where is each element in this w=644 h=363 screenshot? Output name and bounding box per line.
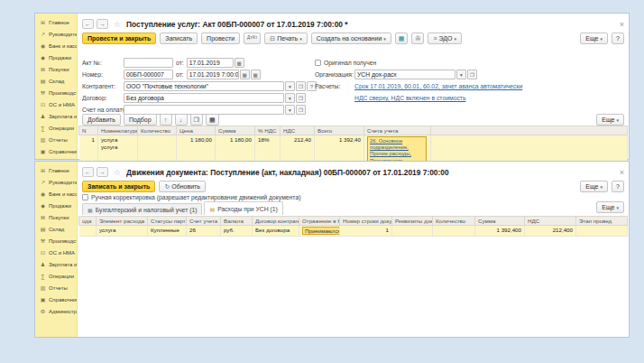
nu-reflection-value[interactable]: Принимаются	[302, 227, 340, 235]
contract-input[interactable]: Без договора	[124, 93, 284, 103]
counterparty-input[interactable]: ООО "Почтовые технологии"	[124, 81, 284, 91]
help-button[interactable]: ?	[612, 33, 624, 44]
sidebar-item-zarplata-i-kadry[interactable]: ♟Зарплата и кадры	[35, 110, 77, 122]
sidebar-item-proizvodstvo[interactable]: ⚒Производство	[35, 235, 77, 247]
add-row-button[interactable]: Добавить	[82, 114, 121, 126]
currency-cell[interactable]: руб.	[221, 226, 253, 237]
column-header[interactable]: Отражение в НУ	[299, 217, 340, 226]
column-header[interactable]: Статусы партий ...	[148, 217, 187, 226]
post-and-close-button[interactable]: Провести и закрыть	[82, 33, 156, 44]
stage-cell[interactable]	[576, 226, 628, 237]
act-no-input[interactable]	[124, 58, 173, 68]
account-cell[interactable]: 26	[187, 226, 221, 237]
forward-button[interactable]: →	[97, 167, 108, 177]
open-item-icon[interactable]: ❐	[296, 93, 306, 103]
sidebar-item-os-i-nma[interactable]: ⊡ОС и НМА	[35, 247, 77, 258]
sidebar-item-operatsii[interactable]: ∑Операции	[35, 122, 77, 134]
column-header[interactable]: НДС	[525, 217, 576, 226]
column-header[interactable]: N	[79, 126, 98, 135]
edo-button[interactable]: ≡ЭДО▾	[428, 33, 462, 44]
pick-button[interactable]: Подбор	[124, 114, 157, 126]
chevron-down-icon[interactable]: ▾	[285, 93, 295, 103]
sidebar-item-prodazhi[interactable]: ◆Продажи	[35, 200, 77, 211]
copy-row-button[interactable]: ❐	[190, 114, 203, 126]
chevron-down-icon[interactable]: ▾	[456, 70, 466, 79]
column-header[interactable]: Всего	[315, 126, 364, 135]
column-header[interactable]: % НДС	[255, 126, 281, 135]
table-row[interactable]: услуга Купленные 26 руб. Без договора Пр…	[79, 226, 628, 237]
column-header[interactable]: Элемент расхода	[97, 217, 148, 226]
items-table-more-button[interactable]: Еще▾	[596, 114, 624, 126]
settlements-link[interactable]: Срок 17.01.2019, 60.01, 60.02, зачет ава…	[354, 83, 522, 89]
sidebar-item-bank-i-kassa[interactable]: ◉Банк и касса	[35, 188, 77, 200]
tab-usn-expenses[interactable]: ▤Расходы при УСН (1)	[204, 201, 282, 215]
save-and-close-button[interactable]: Записать и закрыть	[82, 181, 155, 192]
document-log-icon[interactable]: ▦	[251, 70, 261, 79]
vat-settings-link[interactable]: НДС сверху, НДС включен в стоимость	[354, 95, 465, 101]
line-number-cell[interactable]: 1	[340, 226, 392, 237]
favorite-star-icon[interactable]: ☆	[114, 20, 121, 29]
sidebar-item-sklad[interactable]: ▤Склад	[35, 75, 77, 87]
save-button[interactable]: Записать	[160, 33, 198, 44]
act-date-input[interactable]: 17.01.2019	[187, 58, 234, 68]
sidebar-item-otchety[interactable]: ▥Отчеты	[35, 282, 77, 293]
sidebar-item-administrirovanie[interactable]: ⚙Администрирование	[35, 305, 77, 317]
show-postings-button[interactable]: Дт/Кт	[244, 33, 261, 44]
column-header[interactable]: Количество	[433, 217, 475, 226]
sum-cell[interactable]: 1 392,400	[475, 226, 525, 237]
help-button[interactable]: ?	[612, 181, 624, 192]
table-grid-button[interactable]: ▦	[206, 114, 219, 126]
close-icon[interactable]: ×	[620, 20, 624, 29]
open-item-icon[interactable]: ❐	[296, 81, 306, 91]
back-button[interactable]: ←	[82, 167, 94, 177]
column-header[interactable]: Договор контрагента	[253, 217, 299, 226]
print-button[interactable]: ⊟Печать▾	[264, 33, 307, 44]
forward-button[interactable]: →	[97, 19, 108, 29]
post-button[interactable]: Провести	[201, 33, 240, 44]
column-header[interactable]: Цена	[177, 126, 216, 135]
original-received-checkbox[interactable]	[315, 60, 321, 66]
column-header[interactable]: НДС	[281, 126, 315, 135]
sidebar-item-proizvodstvo[interactable]: ⚒Производство	[35, 87, 77, 98]
refresh-button[interactable]: ↻Обновить	[159, 181, 206, 192]
move-up-button[interactable]: ↑	[160, 114, 172, 126]
calendar-icon[interactable]: ▦	[235, 58, 244, 68]
column-header[interactable]: Этап провед	[576, 217, 628, 226]
expense-element-cell[interactable]: услуга	[97, 226, 148, 237]
back-button[interactable]: ←	[82, 19, 94, 29]
sidebar-item-spravochniki[interactable]: ▣Справочники	[35, 293, 77, 305]
vat-cell[interactable]: 212,400	[525, 226, 576, 237]
more-button[interactable]: Еще▾	[580, 181, 608, 192]
batch-status-cell[interactable]: Купленные	[148, 226, 187, 237]
tab-accounting[interactable]: ▦Бухгалтерский и налоговый учет (1)	[82, 203, 202, 215]
sidebar-item-spravochniki[interactable]: ▣Справочники	[35, 145, 77, 157]
column-header[interactable]: Количество	[138, 126, 177, 135]
sidebar-item-pokupki[interactable]: ⊠Покупки	[35, 63, 77, 75]
manual-adjustment-checkbox[interactable]	[82, 194, 88, 200]
close-icon[interactable]: ×	[620, 168, 624, 177]
column-header[interactable]: Номер строки документа	[340, 217, 392, 226]
column-header[interactable]: Реквизиты докуме...	[392, 217, 433, 226]
number-input[interactable]: 00БП-000007	[124, 70, 173, 79]
open-item-icon[interactable]: ❐	[467, 70, 477, 79]
more-button[interactable]: Еще▾	[580, 33, 608, 44]
organization-input[interactable]: УСН дох-расх	[354, 70, 455, 79]
column-header[interactable]: Счета учета	[364, 126, 431, 135]
calendar-icon[interactable]: ▦	[240, 70, 250, 79]
sidebar-item-prodazhi[interactable]: ◆Продажи	[35, 51, 77, 63]
sidebar-item-glavnoe[interactable]: ⊞Главное	[35, 16, 77, 28]
chevron-down-icon[interactable]: ▾	[285, 81, 295, 91]
column-header[interactable]: Номенклатура	[98, 126, 138, 135]
number-date-input[interactable]: 17.01.2019 7:00:00	[187, 70, 239, 79]
sidebar-item-rukovoditelyu[interactable]: ↗Руководителю	[35, 176, 77, 188]
attached-files-button[interactable]: ✇	[411, 33, 424, 44]
column-header[interactable]: Сумма	[216, 126, 255, 135]
sidebar-item-otchety[interactable]: ▥Отчеты	[35, 134, 77, 145]
contract-cell[interactable]: Без договора	[253, 226, 299, 237]
movements-more-button[interactable]: Еще▾	[596, 201, 624, 213]
requisites-cell[interactable]	[392, 226, 433, 237]
sidebar-item-os-i-nma[interactable]: ⊡ОС и НМА	[35, 98, 77, 110]
column-header[interactable]: Сумма	[475, 217, 525, 226]
sidebar-item-operatsii[interactable]: ∑Операции	[35, 270, 77, 282]
sidebar-item-rukovoditelyu[interactable]: ↗Руководителю	[35, 28, 77, 40]
